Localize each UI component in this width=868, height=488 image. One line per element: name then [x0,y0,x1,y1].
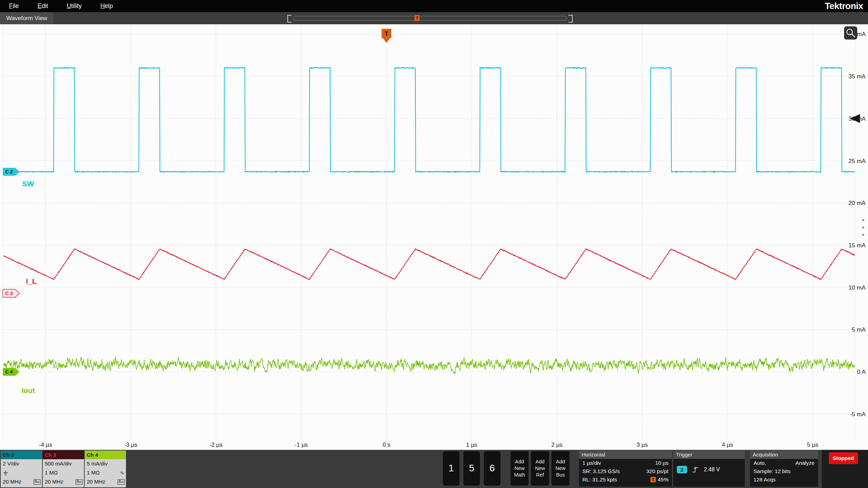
run-stop-status-button[interactable]: Stopped [829,452,858,464]
ch3-bandwidth-row: 20 MHz BW [43,477,84,486]
tab-bar: Waveform View T [0,12,868,24]
x-axis-tick: 3 µs [637,442,648,448]
trigger-panel[interactable]: Trigger 2 2.48 V [673,451,745,487]
add-new-ref-button[interactable]: Add New Ref [531,451,549,486]
ch3-impedance: 1 MΩ [43,468,84,477]
menu-file[interactable]: File [9,2,19,10]
horizontal-panel[interactable]: Horizontal 1 µs/div 10 µs SR: 3.125 GS/s… [579,451,672,487]
record-length: RL: 31.25 kpts [582,477,617,483]
control-bar: Ch 2 2 V/div 20 MHz BW Ch 3 500 mA/div 1… [0,450,868,488]
y-axis-tick: 25 mA [849,158,866,164]
svg-text:T: T [385,31,388,37]
add-new-bus-button[interactable]: Add New Bus [551,451,570,486]
trigger-position-percent: 45% [658,477,668,483]
ch4-impedance: 1 MΩ ∿ [85,468,126,477]
ch2-scale: 2 V/div [1,459,42,468]
run-status-area: Stopped [822,450,868,488]
trigger-title: Trigger [673,451,745,459]
ch4-header: Ch 4 [85,451,126,459]
sample-rate: SR: 3.125 GS/s [582,468,620,474]
oscilloscope-app: File Edit Utility Help Tektronix Wavefor… [0,0,868,488]
svg-text:C 2: C 2 [5,169,13,174]
trace-badge-c3[interactable]: C 3I_L [3,277,37,297]
menu-items: File Edit Utility Help [0,2,113,10]
tab-waveform-view[interactable]: Waveform View [0,12,53,24]
trace-label-iout: Iout [22,386,35,394]
acquisition-title: Acquisition [750,451,818,459]
y-axis-tick: -5 mA [850,411,866,418]
channel-badge-ch2[interactable]: Ch 2 2 V/div 20 MHz BW [1,451,42,487]
x-axis-tick: -2 µs [209,442,222,448]
bandwidth-limit-icon: BW [34,479,41,485]
trace-label-sw: SW [22,180,34,188]
rising-edge-icon [691,466,700,473]
acq-sample-bits: Sample: 12 bits [753,468,791,474]
ch2-header: Ch 2 [1,451,42,459]
button-5[interactable]: 5 [463,451,480,486]
button-1[interactable]: 1 [443,451,460,486]
acq-mode: Auto, [753,460,766,466]
zoom-button[interactable] [844,26,857,40]
trace-badge-c2[interactable]: C 2SW [3,168,34,188]
trigger-position-marker[interactable]: T [382,29,391,43]
x-axis-tick: 4 µs [722,442,733,448]
panel-handle-dot[interactable] [862,219,864,221]
trace-label-i_l: I_L [26,277,37,285]
x-axis-tick: -1 µs [295,442,308,448]
tektronix-logo: Tektronix [825,1,868,11]
overview-left-bracket-icon [287,15,292,23]
channel-badge-ch4[interactable]: Ch 4 5 mA/div 1 MΩ ∿ 20 MHz BW [85,451,126,487]
menu-edit[interactable]: Edit [37,2,48,10]
y-axis-tick: 20 mA [849,200,866,206]
zoom-overview-bar[interactable]: T [287,14,573,23]
waveform-i_l [3,249,855,280]
svg-text:C 3: C 3 [5,291,13,296]
ac-coupling-icon: ∿ [120,470,124,476]
ch2-bandwidth-row: 20 MHz BW [1,477,42,486]
channel-badge-ch3[interactable]: Ch 3 500 mA/div 1 MΩ 20 MHz BW [43,451,84,487]
magnifier-icon [845,28,856,38]
ch2-coupling-row [1,468,42,477]
menu-utility[interactable]: Utility [67,2,82,10]
x-axis-tick: 5 µs [807,442,818,448]
resolution: 320 ps/pt [646,468,668,474]
acquisition-panel[interactable]: Acquisition Auto, Analyze Sample: 12 bit… [750,451,818,487]
y-axis-tick: 0 A [857,369,866,375]
x-axis-tick: -3 µs [124,442,137,448]
bandwidth-limit-icon: BW [118,479,125,485]
svg-text:C 4: C 4 [5,369,13,375]
panel-handle-dot[interactable] [862,234,864,236]
trigger-level-value: 2.48 V [704,466,720,473]
x-axis-tick: 2 µs [551,442,562,448]
overview-right-bracket-icon [568,15,573,23]
overview-track[interactable] [293,16,567,20]
horizontal-window: 10 µs [655,460,668,466]
ground-icon [3,470,8,476]
ch3-scale: 500 mA/div [43,459,84,468]
button-6[interactable]: 6 [484,451,500,486]
x-axis-tick: 0 s [382,442,390,448]
trigger-position-icon: T [650,477,656,482]
ch3-header: Ch 3 [43,451,84,459]
x-axis-tick: -4 µs [39,442,52,448]
y-axis-tick: 10 mA [849,284,866,291]
menu-bar: File Edit Utility Help Tektronix [0,0,868,12]
y-axis-tick: 15 mA [849,242,866,249]
y-axis-tick: 5 mA [852,326,866,333]
waveform-iout [3,357,855,374]
horizontal-scale: 1 µs/div [582,460,601,466]
menu-help[interactable]: Help [100,2,113,10]
add-new-math-button[interactable]: Add New Math [511,451,529,486]
ch4-bandwidth-row: 20 MHz BW [85,477,126,486]
waveform-graticule: -4 µs-3 µs-2 µs-1 µs0 s1 µs2 µs3 µs4 µs5… [0,24,868,450]
ch4-scale: 5 mA/div [85,459,126,468]
trigger-source-badge[interactable]: 2 [677,466,687,473]
panel-handle-dot[interactable] [862,226,864,229]
y-axis-tick: 35 mA [849,73,866,80]
waveform-sw [3,68,855,172]
trace-badge-c4[interactable]: C 4Iout [3,368,35,394]
acq-count: 128 Acqs [753,477,776,483]
x-axis-tick: 1 µs [466,442,477,448]
bandwidth-limit-icon: BW [76,479,83,485]
overview-trigger-marker[interactable]: T [414,15,420,21]
